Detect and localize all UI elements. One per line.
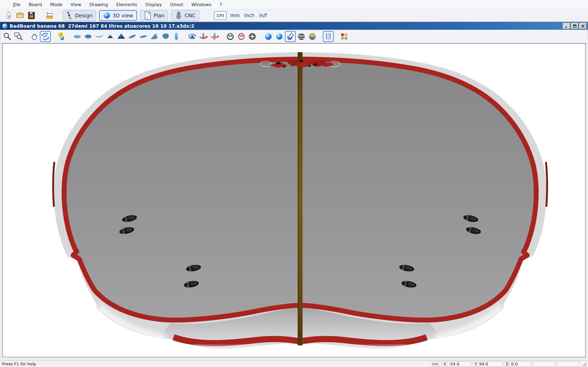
- rotate-3d-icon: [41, 32, 50, 41]
- 3d-view-mode-button[interactable]: 3D view: [99, 10, 137, 21]
- main-toolbar: Design 3D view Plan CNC cm mm inch in/f: [0, 9, 588, 22]
- spin-board-icon: [199, 32, 208, 41]
- open-folder-icon: [15, 11, 25, 20]
- menu-drawing[interactable]: Drawing: [89, 2, 108, 7]
- zoom-icon: [3, 32, 12, 41]
- stripes-sphere-icon: [297, 32, 306, 41]
- view-perspective1-tool[interactable]: [127, 31, 138, 42]
- shaded-sphere-icon: [264, 32, 273, 41]
- rotate-view-icon: [188, 32, 197, 41]
- 3d-view-sphere-icon: [103, 12, 111, 19]
- mesh-sphere-icon: [248, 32, 257, 41]
- workspace: FCS FCS FCS FCS: [0, 43, 588, 360]
- design-mode-label: Design: [75, 13, 93, 18]
- measurements-button[interactable]: [44, 10, 56, 21]
- paint-sphere-tool[interactable]: [285, 31, 296, 42]
- view-perspective4-tool[interactable]: [160, 31, 171, 42]
- perspective-2-icon: [139, 32, 148, 41]
- zoom-window-tool[interactable]: [13, 31, 24, 42]
- rotate-view-tool[interactable]: [187, 31, 198, 42]
- menu-bar: File Board Mode View Drawing Elements Di…: [0, 0, 588, 9]
- window-sphere-icon: [2, 24, 8, 29]
- close-button[interactable]: [579, 23, 587, 29]
- unit-inf[interactable]: in/f: [259, 13, 267, 18]
- unit-inch[interactable]: inch: [244, 13, 254, 18]
- menu-windows[interactable]: Windows: [191, 2, 211, 7]
- save-button[interactable]: [26, 10, 37, 21]
- flip-curves-tool[interactable]: [323, 31, 334, 42]
- child-window-titlebar[interactable]: BadBoard banana 68 27demi 167 84 litres …: [0, 22, 588, 30]
- plan-mode-label: Plan: [154, 13, 164, 18]
- menu-elements[interactable]: Elements: [116, 2, 137, 7]
- wireframe-sphere-red-icon: [237, 32, 246, 41]
- view-perspective2-tool[interactable]: [138, 31, 149, 42]
- view-front-small-tool[interactable]: [105, 31, 116, 42]
- menu-mode[interactable]: Mode: [50, 2, 62, 7]
- save-icon: [27, 11, 36, 20]
- measurements-ruler-icon: [45, 11, 54, 20]
- menu-board[interactable]: Board: [29, 2, 42, 7]
- design-curve-icon: [66, 11, 73, 20]
- design-mode-button[interactable]: Design: [62, 10, 96, 21]
- rotate-3d-tool[interactable]: [40, 31, 51, 42]
- zoom-tool[interactable]: [2, 31, 13, 42]
- cnc-mode-button[interactable]: CNC: [171, 10, 199, 21]
- menu-view[interactable]: View: [70, 2, 81, 7]
- board-render[interactable]: FCS FCS FCS FCS: [3, 44, 585, 357]
- shaded-sphere-alt-icon: [275, 32, 284, 41]
- window-title: BadBoard banana 68 27demi 167 84 litres …: [9, 24, 562, 29]
- menu-ghost[interactable]: Ghost: [170, 2, 183, 7]
- 3d-view-mode-label: 3D view: [112, 13, 133, 18]
- spin-board-tool[interactable]: [198, 31, 209, 42]
- status-unit: cm: [430, 361, 440, 367]
- spin-board-arrow-tool[interactable]: [209, 31, 220, 42]
- pan-hand-icon: [30, 32, 39, 41]
- menu-display[interactable]: Display: [145, 2, 162, 7]
- color-squares-icon: [339, 32, 349, 41]
- minimize-button[interactable]: [563, 23, 570, 29]
- menu-file[interactable]: File: [13, 2, 21, 7]
- cnc-mill-icon: [174, 11, 183, 20]
- zoom-window-icon: [14, 32, 23, 41]
- perspective-4-icon: [161, 32, 170, 41]
- wireframe-sphere-red-tool[interactable]: [236, 31, 247, 42]
- plan-mode-button[interactable]: Plan: [140, 10, 168, 21]
- status-bar: Press F1 for help cm X: -54.4 Y: 94.0 Z:…: [0, 360, 588, 367]
- status-help-text: Press F1 for help: [2, 361, 429, 366]
- resize-grip[interactable]: [581, 361, 587, 367]
- filled-top-icon: [84, 32, 93, 41]
- status-y-coordinate: Y: 94.0: [473, 361, 502, 367]
- status-x-coordinate: X: -54.4: [441, 361, 471, 367]
- shaded-sphere-tool[interactable]: [263, 31, 274, 42]
- color-squares-tool[interactable]: [339, 31, 350, 42]
- view-outline-top-tool[interactable]: [72, 31, 83, 42]
- front-small-icon: [105, 32, 115, 41]
- stripes-sphere-tool[interactable]: [296, 31, 307, 42]
- view-side-outline-tool[interactable]: [171, 31, 182, 42]
- unit-mm[interactable]: mm: [230, 13, 240, 18]
- open-button[interactable]: [14, 10, 26, 21]
- pan-tool[interactable]: [29, 31, 40, 42]
- perspective-1-icon: [128, 32, 137, 41]
- unit-cm[interactable]: cm: [214, 11, 227, 20]
- view-front-large-tool[interactable]: [116, 31, 127, 42]
- minimize-icon: [564, 24, 569, 28]
- maximize-button[interactable]: [571, 23, 579, 29]
- status-z-coordinate: Z: 0.0: [504, 361, 531, 367]
- shaded-sphere-alt-tool[interactable]: [274, 31, 285, 42]
- view-rocker-tool[interactable]: [94, 31, 105, 42]
- 3d-canvas[interactable]: FCS FCS FCS FCS: [2, 43, 586, 357]
- view-filled-top-tool[interactable]: [83, 31, 94, 42]
- flip-curves-icon: [324, 32, 333, 41]
- unit-selector: cm mm inch in/f: [214, 11, 269, 20]
- mesh-sphere-tool[interactable]: [247, 31, 258, 42]
- wireframe-sphere-tool[interactable]: [225, 31, 236, 42]
- outline-top-icon: [72, 32, 82, 41]
- new-board-button[interactable]: [3, 10, 14, 21]
- view-perspective3-tool[interactable]: [149, 31, 160, 42]
- rocker-profile-icon: [95, 32, 104, 41]
- light-tool[interactable]: [56, 31, 67, 42]
- cnc-mode-label: CNC: [185, 13, 196, 18]
- menu-help[interactable]: ?: [220, 2, 222, 7]
- color-map-sphere-tool[interactable]: [307, 31, 318, 42]
